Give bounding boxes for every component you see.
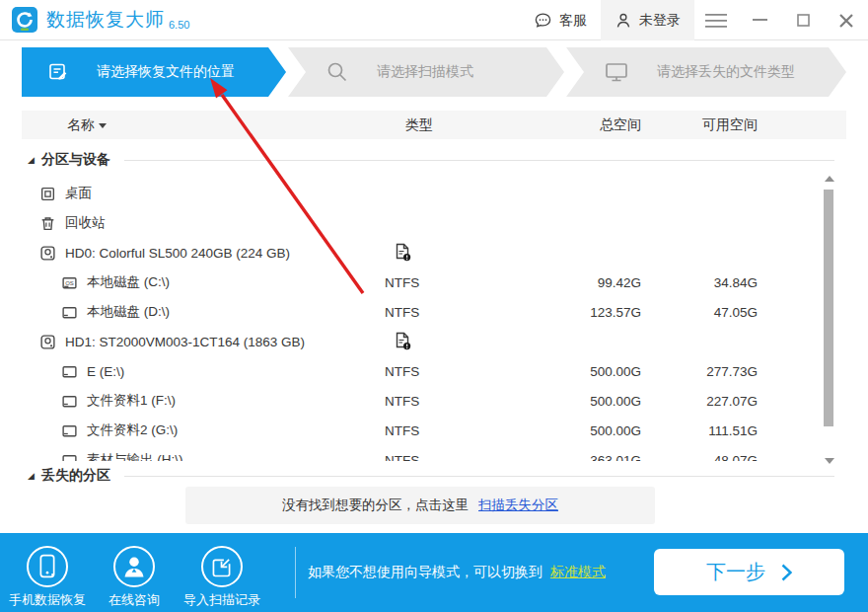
- chevron-right-icon: [781, 564, 792, 581]
- user-icon: [615, 12, 632, 30]
- wizard-step-scan-mode[interactable]: 请选择扫描模式: [288, 47, 564, 97]
- online-consult-button[interactable]: 在线咨询: [91, 546, 178, 609]
- row-name: 素材与输出 (H:\): [87, 451, 183, 461]
- row-name: 文件资料1 (F:\): [87, 392, 176, 410]
- row-total-space: 500.00G: [590, 394, 641, 409]
- desktop-icon: [39, 186, 56, 202]
- scan-lost-partition-link[interactable]: 扫描丢失分区: [478, 497, 558, 514]
- column-header-name-label: 名称: [67, 116, 95, 134]
- minimize-button[interactable]: [738, 0, 781, 40]
- login-status-button[interactable]: 未登录: [601, 0, 694, 40]
- login-status-label: 未登录: [639, 12, 681, 30]
- device-rows: 桌面 回收站: [22, 179, 846, 461]
- row-total-space: 500.00G: [590, 364, 641, 379]
- person-icon: [113, 546, 155, 587]
- monitor-icon: [604, 60, 629, 84]
- table-row[interactable]: E (E:\) NTFS 500.00G 277.73G: [22, 356, 846, 386]
- close-button[interactable]: [825, 0, 868, 40]
- section-devices-title: 分区与设备: [41, 151, 110, 169]
- table-row[interactable]: 文件资料2 (G:\) NTFS 500.00G 111.51G: [22, 416, 846, 445]
- row-total-space: 363.01G: [590, 453, 641, 462]
- column-header-free: 可用空间: [702, 116, 758, 134]
- harddrive-icon: [39, 334, 56, 350]
- table-row[interactable]: 回收站: [22, 208, 846, 238]
- row-type: NTFS: [385, 364, 419, 379]
- section-lost-partitions: ◢ 丢失的分区: [22, 464, 846, 488]
- row-name: 文件资料2 (G:\): [87, 421, 178, 439]
- standard-mode-link[interactable]: 标准模式: [550, 564, 606, 579]
- search-icon: [326, 60, 349, 84]
- import-scan-record-button[interactable]: 导入扫描记录: [179, 546, 265, 609]
- column-header-total: 总空间: [600, 116, 641, 134]
- wizard-step-label: 请选择恢复文件的位置: [97, 63, 235, 81]
- chat-bubble-icon: [534, 11, 552, 30]
- wizard-step-label: 请选择扫描模式: [377, 63, 473, 81]
- menu-button[interactable]: [694, 0, 738, 40]
- row-type: NTFS: [385, 394, 419, 409]
- table-row[interactable]: OS 本地磁盘 (C:\) NTFS 99.42G 34.84G: [22, 268, 846, 297]
- footer-divider: [295, 547, 296, 598]
- section-lost-title: 丢失的分区: [41, 467, 110, 485]
- scrollbar-thumb[interactable]: [824, 190, 833, 426]
- recycle-icon: [39, 215, 56, 232]
- table-row[interactable]: 本地磁盘 (D:\) NTFS 123.57G 47.05G: [22, 297, 846, 327]
- maximize-icon: [797, 14, 810, 27]
- table-row[interactable]: 桌面: [22, 179, 846, 208]
- row-total-space: 123.57G: [590, 305, 641, 320]
- footer-bar: 手机数据恢复 在线咨询 导入扫描记录 如果您不想使用向导模式，可以切换到 标准模…: [0, 533, 868, 612]
- phone-recovery-button[interactable]: 手机数据恢复: [4, 546, 91, 609]
- column-header-type: 类型: [385, 116, 454, 134]
- row-free-space: 111.51G: [708, 423, 758, 438]
- table-row[interactable]: 素材与输出 (H:\) NTFS 363.01G 48.07G: [22, 445, 846, 461]
- wizard-step-label: 请选择丢失的文件类型: [657, 63, 795, 81]
- hamburger-icon: [705, 14, 727, 28]
- disk-icon: [61, 393, 78, 410]
- row-name: 本地磁盘 (D:\): [87, 303, 170, 321]
- lost-hint-text: 没有找到想要的分区，点击这里: [282, 497, 469, 514]
- doc-alert-icon: [395, 243, 411, 265]
- os-disk-icon: OS: [61, 274, 78, 291]
- table-row[interactable]: 文件资料1 (F:\) NTFS 500.00G 227.07G: [22, 386, 846, 416]
- app-logo-icon: [12, 7, 37, 33]
- minimize-icon: [753, 19, 767, 22]
- next-step-button[interactable]: 下一步: [654, 549, 844, 595]
- wizard-step-select-location[interactable]: 请选择恢复文件的位置: [22, 47, 286, 97]
- titlebar: 数据恢复大师 6.50 客服 未登录: [0, 0, 868, 40]
- import-icon: [201, 546, 243, 587]
- section-lost-header[interactable]: ◢ 丢失的分区: [22, 464, 846, 488]
- mode-hint-text: 如果您不想使用向导模式，可以切换到: [308, 564, 542, 579]
- section-divider: [124, 476, 834, 477]
- row-type: NTFS: [385, 453, 419, 462]
- row-name: 桌面: [65, 185, 92, 202]
- column-header-name[interactable]: 名称: [67, 116, 107, 134]
- notepad-icon: [47, 61, 69, 83]
- row-name: HD0: Colorful SL500 240GB (224 GB): [65, 246, 290, 261]
- section-divider: [124, 160, 834, 161]
- row-total-space: 99.42G: [598, 275, 641, 290]
- row-type: NTFS: [385, 423, 419, 438]
- disk-icon: [61, 422, 78, 439]
- mode-switch-hint: 如果您不想使用向导模式，可以切换到 标准模式: [308, 564, 606, 581]
- wizard-step-file-type[interactable]: 请选择丢失的文件类型: [566, 47, 846, 97]
- disk-icon: [61, 452, 78, 462]
- doc-alert-icon: [395, 332, 411, 353]
- customer-service-label: 客服: [559, 12, 587, 30]
- row-type: NTFS: [385, 305, 419, 320]
- row-name: HD1: ST2000VM003-1CT164 (1863 GB): [65, 335, 305, 349]
- section-devices[interactable]: ◢ 分区与设备: [22, 148, 846, 172]
- maximize-button[interactable]: [781, 0, 825, 40]
- row-free-space: 47.05G: [714, 305, 758, 320]
- table-row[interactable]: HD1: ST2000VM003-1CT164 (1863 GB): [22, 327, 846, 356]
- customer-service-button[interactable]: 客服: [520, 0, 601, 40]
- import-scan-record-label: 导入扫描记录: [179, 591, 265, 609]
- app-title: 数据恢复大师: [46, 7, 165, 33]
- vertical-scrollbar: [823, 176, 834, 464]
- row-free-space: 34.84G: [714, 275, 758, 290]
- scroll-up-arrow-icon[interactable]: [825, 176, 834, 182]
- table-header: 名称 类型 总空间 可用空间: [22, 111, 846, 139]
- device-list: ◢ 分区与设备 桌面 回收站: [22, 138, 846, 461]
- table-row[interactable]: HD0: Colorful SL500 240GB (224 GB): [22, 238, 846, 268]
- row-free-space: 48.07G: [714, 453, 758, 462]
- row-name: 本地磁盘 (C:\): [87, 273, 170, 291]
- lost-partition-hint: 没有找到想要的分区，点击这里 扫描丢失分区: [185, 487, 655, 524]
